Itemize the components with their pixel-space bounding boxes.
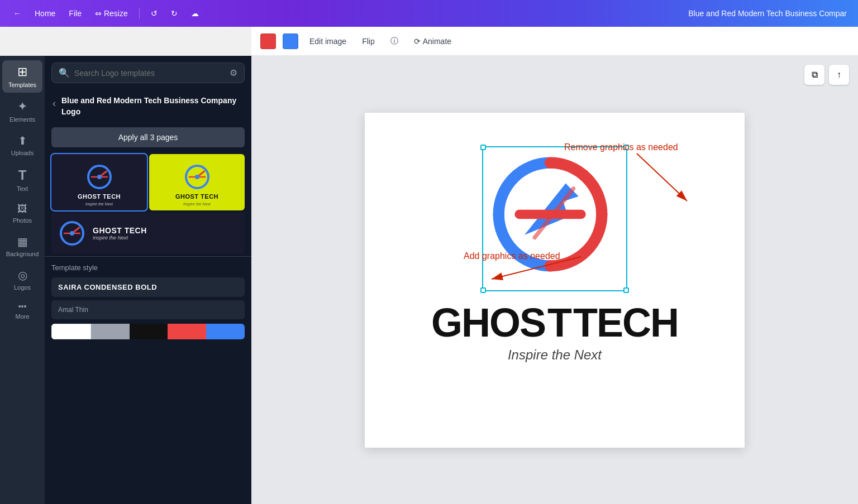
sidebar-icons: ⊞ Templates ✦ Elements ⬆ Uploads T Text …	[0, 56, 45, 504]
templates-icon: ⊞	[17, 65, 27, 79]
palette-swatch-white[interactable]	[51, 324, 91, 339]
template-card-2[interactable]: GHOST TECH Inspire the Next	[149, 154, 245, 210]
template-mini-brand-2: GHOST TECH	[175, 193, 218, 200]
template-mini-brand-3: GHOST TECH	[93, 226, 147, 235]
sidebar-item-elements[interactable]: ✦ Elements	[2, 95, 42, 127]
apply-all-pages-button[interactable]: Apply all 3 pages	[51, 127, 245, 147]
filter-icon[interactable]: ⚙	[230, 68, 237, 78]
canvas-content: GHOS T TECH Inspire the Next	[365, 113, 745, 448]
file-button[interactable]: File	[64, 7, 86, 20]
font-name-bold: SAIRA CONDENSED BOLD	[58, 283, 238, 291]
document-title: Blue and Red Modern Tech Business Compar	[688, 9, 847, 18]
search-box: 🔍 ⚙	[51, 63, 245, 83]
text-icon: T	[18, 167, 27, 183]
brand-name-row: GHOS T TECH	[431, 303, 678, 343]
template-mini-logo-2	[183, 163, 211, 191]
brand-name: GHOS	[431, 303, 545, 343]
more-icon: •••	[18, 302, 27, 311]
template-card-3-inner: GHOST TECH Inspire the Next	[51, 213, 245, 254]
template-card-1-inner: GHOST TECH Inspire the Next	[51, 154, 147, 210]
template-mini-tagline-3: Inspire the Next	[93, 235, 147, 241]
copy-icon: ⧉	[812, 70, 818, 80]
edit-image-button[interactable]: Edit image	[305, 35, 351, 48]
svg-point-2	[97, 175, 102, 179]
elements-icon: ✦	[17, 99, 27, 114]
canvas-toolbar: ⧉ ↑	[804, 65, 849, 85]
sidebar-item-text[interactable]: T Text	[2, 163, 42, 196]
template-mini-logo-3	[58, 219, 86, 247]
tagline: Inspire the Next	[508, 347, 602, 363]
photos-icon: 🖼	[17, 203, 27, 215]
template-card-3[interactable]: GHOST TECH Inspire the Next	[51, 213, 245, 254]
sidebar-item-background[interactable]: ▦ Background	[2, 231, 42, 262]
palette-swatch-red[interactable]	[168, 324, 206, 339]
palette-swatch-blue[interactable]	[206, 324, 245, 339]
palette-swatch-black[interactable]	[130, 324, 168, 339]
svg-point-8	[70, 231, 74, 236]
canvas-area[interactable]: ⧉ ↑	[251, 56, 858, 504]
sidebar-item-uploads[interactable]: ⬆ Uploads	[2, 129, 42, 161]
sidebar-item-photos[interactable]: 🖼 Photos	[2, 199, 42, 228]
selection-handle-br[interactable]	[623, 287, 629, 293]
brand-name-2: TECH	[573, 303, 678, 343]
animate-button[interactable]: ⟳ Animate	[409, 35, 456, 48]
editbar: Edit image Flip ⓘ ⟳ Animate	[251, 27, 858, 56]
share-icon: ↑	[837, 70, 841, 80]
svg-point-5	[195, 175, 199, 179]
save-button[interactable]: ☁	[187, 7, 203, 20]
animate-icon: ⟳	[414, 37, 421, 46]
back-template-button[interactable]: ‹	[51, 97, 57, 111]
main-layout: ⊞ Templates ✦ Elements ⬆ Uploads T Text …	[0, 56, 858, 504]
selection-handle-tl[interactable]	[480, 145, 486, 150]
style-section-title: Template style	[51, 263, 245, 272]
template-header: ‹ Blue and Red Modern Tech Business Comp…	[45, 90, 251, 123]
template-mini-tagline-1: Inspire the Next	[85, 202, 113, 206]
resize-button[interactable]: ⇔ Resize	[90, 7, 132, 20]
copy-tool-button[interactable]: ⧉	[804, 65, 824, 85]
flip-button[interactable]: Flip	[358, 35, 379, 48]
sidebar-item-more[interactable]: ••• More	[2, 297, 42, 324]
template-mini-logo-1	[85, 163, 113, 191]
brand-name-cursor: T	[547, 303, 571, 343]
resize-icon: ⇔	[95, 9, 102, 18]
font-row-bold: SAIRA CONDENSED BOLD	[51, 277, 245, 297]
info-button[interactable]: ⓘ	[386, 34, 403, 49]
color-swatch-blue[interactable]	[283, 33, 298, 49]
annotation-remove: Remove graphics as needed	[564, 142, 678, 152]
template-mini-brand-1: GHOST TECH	[78, 193, 121, 200]
font-row-thin: Amal Thin	[51, 300, 245, 319]
topbar: ← Home File ⇔ Resize ↺ ↻ ☁ Blue and Red …	[0, 0, 858, 27]
template-card-1[interactable]: GHOST TECH Inspire the Next	[51, 154, 147, 210]
palette-swatch-gray[interactable]	[91, 324, 130, 339]
color-palette	[51, 324, 245, 339]
info-icon: ⓘ	[390, 36, 398, 46]
template-grid: GHOST TECH Inspire the Next GHOS	[45, 152, 251, 256]
redo-button[interactable]: ↻	[166, 7, 182, 20]
uploads-icon: ⬆	[18, 134, 27, 147]
sidebar-item-logos[interactable]: ◎ Logos	[2, 264, 42, 295]
logos-icon: ◎	[18, 268, 27, 282]
background-icon: ▦	[17, 235, 28, 248]
color-swatch-red[interactable]	[260, 33, 276, 49]
template-title: Blue and Red Modern Tech Business Compan…	[61, 95, 245, 117]
home-button[interactable]: Home	[30, 7, 60, 20]
search-input[interactable]	[74, 69, 225, 78]
search-icon: 🔍	[59, 68, 70, 78]
template-card-2-inner: GHOST TECH Inspire the Next	[149, 154, 245, 210]
share-tool-button[interactable]: ↑	[829, 65, 849, 85]
font-name-thin: Amal Thin	[58, 306, 238, 314]
selection-handle-bl[interactable]	[480, 287, 486, 293]
divider	[139, 8, 140, 19]
template-style-section: Template style SAIRA CONDENSED BOLD Amal…	[45, 256, 251, 346]
template-mini-tagline-2: Inspire the Next	[183, 202, 211, 206]
undo-button[interactable]: ↺	[146, 7, 162, 20]
search-area: 🔍 ⚙	[45, 56, 251, 90]
back-button[interactable]: ←	[9, 7, 26, 20]
annotation-add: Add graphics as needed	[464, 251, 560, 261]
logo-graphic-container[interactable]	[482, 146, 627, 291]
sidebar-item-templates[interactable]: ⊞ Templates	[2, 60, 42, 93]
templates-panel: 🔍 ⚙ ‹ Blue and Red Modern Tech Business …	[45, 56, 251, 504]
